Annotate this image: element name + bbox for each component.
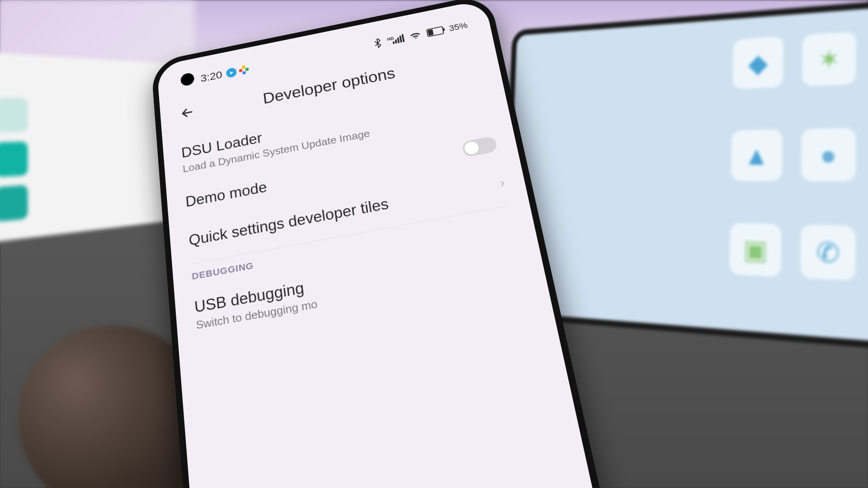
status-time: 3:20: [200, 69, 223, 84]
bg-app-icon: ●: [801, 128, 856, 182]
bg-app-icon: ✆: [800, 225, 856, 281]
battery-icon: [426, 26, 444, 38]
telegram-icon: ➤: [226, 67, 237, 79]
wifi-icon: [409, 31, 422, 41]
bg-app-icon: ▣: [729, 223, 781, 277]
bluetooth-icon: [373, 38, 383, 49]
chevron-right-icon: ›: [499, 175, 506, 190]
demo-mode-toggle[interactable]: [462, 136, 498, 157]
signal-icon: HD: [387, 34, 405, 45]
bg-app-icon: ▲: [731, 129, 783, 181]
google-photos-icon: [238, 65, 250, 76]
bg-app-icon: ✶: [802, 32, 856, 87]
setting-title: Demo mode: [185, 179, 268, 211]
battery-percent: 35%: [448, 20, 469, 33]
bg-app-icon: ◆: [732, 36, 783, 89]
